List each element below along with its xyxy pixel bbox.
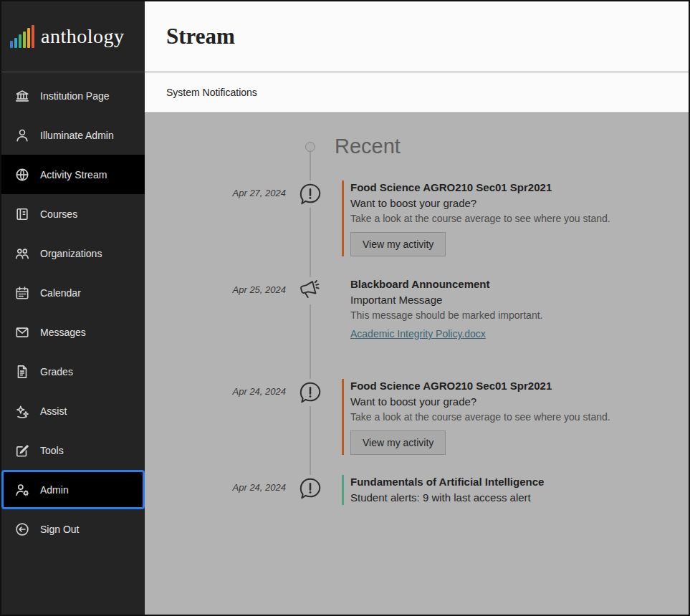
messages-icon	[14, 324, 30, 340]
institution-icon	[14, 88, 30, 104]
timeline-start-dot	[305, 142, 315, 152]
subnav-bar: System Notifications	[145, 72, 689, 113]
sidebar-item-institution-page[interactable]: Institution Page	[1, 76, 145, 115]
stream-timeline: Recent Apr 27, 2024 Food Science AGRO210…	[145, 113, 689, 615]
sidebar-item-label: Sign Out	[40, 524, 79, 535]
entry-subtext: Take a look at the course average to see…	[350, 211, 689, 226]
entry-text: Student alerts: 9 with last access alert	[350, 490, 689, 505]
assist-icon	[14, 403, 30, 419]
entry-date: Apr 24, 2024	[145, 482, 286, 505]
entry-title: Food Science AGRO210 Sec01 Spr2021	[350, 181, 689, 194]
globe-icon	[14, 167, 30, 183]
entry-date: Apr 24, 2024	[145, 386, 286, 455]
sidebar-item-label: Illuminate Admin	[40, 130, 114, 141]
sidebar-item-label: Institution Page	[40, 90, 110, 102]
view-my-activity-button[interactable]: View my activity	[350, 232, 446, 256]
entry-card: Fundamentals of Artificial Intelligence …	[342, 475, 689, 505]
entry-text: Important Message	[350, 292, 689, 307]
sidebar-item-label: Assist	[40, 405, 67, 417]
sidebar-item-label: Messages	[40, 327, 86, 338]
anthology-logo-icon	[10, 25, 34, 48]
sidebar-item-grades[interactable]: Grades	[1, 352, 145, 391]
view-my-activity-button[interactable]: View my activity	[350, 430, 446, 455]
recent-heading: Recent	[335, 135, 401, 158]
signout-icon	[14, 521, 30, 537]
sidebar-item-label: Grades	[40, 366, 73, 377]
sidebar-item-label: Activity Stream	[40, 169, 107, 181]
brand-name: anthology	[41, 25, 125, 48]
entry-title: Fundamentals of Artificial Intelligence	[350, 475, 689, 489]
sidebar-item-label: Tools	[40, 445, 64, 456]
alert-bubble-icon	[297, 379, 324, 406]
sidebar-item-sign-out[interactable]: Sign Out	[1, 509, 145, 549]
stream-entry: Apr 24, 2024 Food Science AGRO210 Sec01 …	[145, 379, 689, 455]
attachment-link[interactable]: Academic Integrity Policy.docx	[350, 328, 486, 340]
sidebar-item-tools[interactable]: Tools	[1, 430, 145, 470]
entry-body: Food Science AGRO210 Sec01 Spr2021 Want …	[350, 379, 689, 455]
entry-subtext: This message should be marked important.	[350, 308, 689, 322]
entry-card: Blackboard Announcement Important Messag…	[342, 277, 689, 340]
person-icon	[14, 127, 30, 143]
sidebar-item-label: Courses	[40, 208, 77, 220]
brand-logo[interactable]: anthology	[1, 1, 145, 72]
sidebar-item-illuminate-admin[interactable]: Illuminate Admin	[1, 115, 145, 155]
entry-date: Apr 27, 2024	[145, 188, 286, 256]
entry-body: Fundamentals of Artificial Intelligence …	[350, 475, 689, 505]
entry-title: Food Science AGRO210 Sec01 Spr2021	[350, 379, 689, 393]
sidebar-menu: Institution Page Illuminate Admin Activi…	[1, 72, 145, 549]
sidebar-item-label: Organizations	[40, 248, 102, 259]
entry-text: Want to boost your grade?	[350, 394, 689, 409]
stream-entry: Apr 27, 2024 Food Science AGRO210 Sec01 …	[145, 181, 689, 256]
main-panel: Stream System Notifications Recent Apr 2…	[145, 1, 689, 615]
alert-bubble-icon	[297, 181, 324, 208]
entry-card: Food Science AGRO210 Sec01 Spr2021 Want …	[342, 379, 689, 455]
entry-title: Blackboard Announcement	[350, 277, 689, 291]
admin-icon	[14, 482, 30, 498]
sidebar-item-admin[interactable]: Admin	[1, 470, 145, 509]
app-window: anthology Institution Page Illuminate Ad…	[0, 0, 690, 616]
tab-system-notifications[interactable]: System Notifications	[166, 87, 257, 98]
sidebar-item-calendar[interactable]: Calendar	[1, 273, 145, 312]
sidebar: anthology Institution Page Illuminate Ad…	[1, 1, 145, 615]
calendar-icon	[14, 285, 30, 301]
alert-bubble-icon	[297, 475, 324, 502]
sidebar-item-label: Calendar	[40, 287, 81, 299]
grades-icon	[14, 364, 30, 380]
entry-text: Want to boost your grade?	[350, 196, 689, 211]
courses-icon	[14, 206, 30, 222]
announcement-icon	[297, 277, 324, 304]
entry-card: Food Science AGRO210 Sec01 Spr2021 Want …	[342, 181, 689, 256]
page-header: Stream	[145, 1, 689, 72]
entry-subtext: Take a look at the course average to see…	[350, 410, 689, 424]
stream-entry: Apr 25, 2024 Blackboard Announcement Imp…	[145, 277, 689, 340]
page-title: Stream	[166, 24, 235, 49]
sidebar-item-label: Admin	[40, 484, 69, 496]
tools-icon	[14, 443, 30, 458]
sidebar-item-assist[interactable]: Assist	[1, 391, 145, 430]
entry-date: Apr 25, 2024	[145, 284, 286, 340]
sidebar-item-messages[interactable]: Messages	[1, 312, 145, 352]
stream-entry: Apr 24, 2024 Fundamentals of Artificial …	[145, 475, 689, 505]
entry-body: Food Science AGRO210 Sec01 Spr2021 Want …	[350, 181, 689, 256]
sidebar-item-courses[interactable]: Courses	[1, 194, 145, 234]
sidebar-item-organizations[interactable]: Organizations	[1, 234, 145, 273]
organizations-icon	[14, 246, 30, 261]
entry-body: Blackboard Announcement Important Messag…	[350, 277, 689, 340]
sidebar-item-activity-stream[interactable]: Activity Stream	[1, 155, 145, 194]
